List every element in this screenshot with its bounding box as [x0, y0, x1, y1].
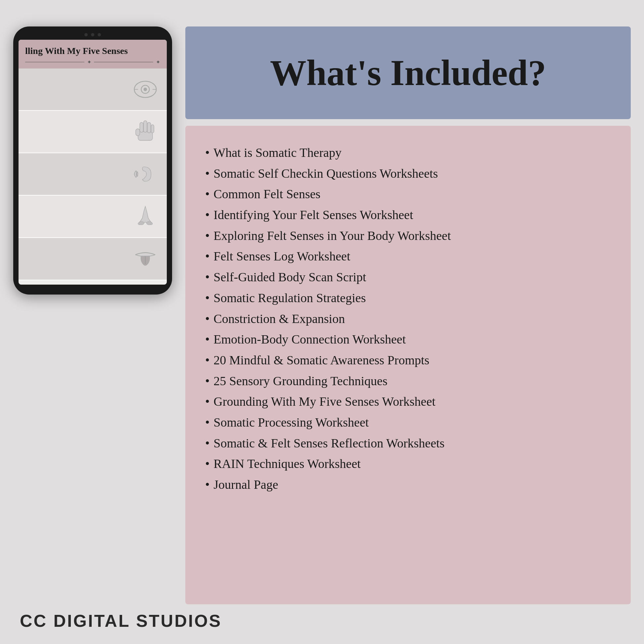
svg-point-12: [147, 221, 152, 225]
tongue-icon: [134, 247, 157, 270]
tablet-divider: ✦ ✦: [25, 59, 160, 65]
right-panel: What's Included? What is Somatic Therapy…: [185, 26, 631, 604]
tablet-device: lling With My Five Senses ✦ ✦: [13, 26, 175, 298]
list-item: Somatic Processing Worksheet: [205, 412, 611, 433]
hand-icon: [134, 120, 157, 143]
divider-star-right: ✦: [156, 59, 160, 65]
items-list: What is Somatic TherapySomatic Self Chec…: [205, 142, 611, 495]
tablet-title: lling With My Five Senses: [25, 46, 160, 56]
svg-rect-10: [151, 125, 154, 133]
list-item: Somatic & Felt Senses Reflection Workshe…: [205, 433, 611, 454]
tablet-camera: [84, 33, 88, 36]
list-item: Grounding With My Five Senses Worksheet: [205, 391, 611, 412]
tablet-frame: lling With My Five Senses ✦ ✦: [13, 26, 172, 295]
list-item: Somatic Self Checkin Questions Worksheet…: [205, 163, 611, 184]
divider-line-right: [94, 62, 153, 62]
svg-rect-7: [140, 122, 143, 132]
list-item: Felt Senses Log Worksheet: [205, 246, 611, 267]
tablet-camera-row: [19, 33, 167, 36]
nose-icon: [134, 205, 157, 228]
list-item: RAIN Techniques Worksheet: [205, 453, 611, 474]
list-item: Identifying Your Felt Senses Worksheet: [205, 205, 611, 225]
list-item: Journal Page: [205, 474, 611, 495]
ear-icon: [134, 162, 157, 186]
list-item: Self-Guided Body Scan Script: [205, 267, 611, 288]
tablet-header: lling With My Five Senses ✦ ✦: [19, 40, 167, 69]
list-item: 20 Mindful & Somatic Awareness Prompts: [205, 350, 611, 371]
tablet-camera-3: [98, 33, 101, 36]
tongue-row: [19, 238, 167, 280]
list-item: 25 Sensory Grounding Techniques: [205, 371, 611, 391]
hand-row: [19, 111, 167, 153]
svg-rect-8: [144, 121, 147, 132]
list-item: Emotion-Body Connection Worksheet: [205, 329, 611, 350]
list-item: Somatic Regulation Strategies: [205, 288, 611, 308]
header-box: What's Included?: [185, 26, 631, 119]
nose-row: [19, 196, 167, 238]
list-item: Exploring Felt Senses in Your Body Works…: [205, 225, 611, 246]
divider-star-left: ✦: [87, 59, 91, 65]
svg-rect-6: [136, 129, 140, 136]
eye-row: [19, 69, 167, 111]
list-item: Common Felt Senses: [205, 184, 611, 205]
svg-point-11: [139, 221, 144, 225]
svg-rect-5: [138, 132, 153, 140]
eye-icon: [134, 78, 157, 101]
brand-footer: CC DIGITAL STUDIOS: [20, 611, 222, 631]
list-box: What is Somatic TherapySomatic Self Chec…: [185, 126, 631, 604]
svg-point-2: [144, 88, 147, 91]
list-item: Constriction & Expansion: [205, 308, 611, 329]
tablet-camera-2: [91, 33, 94, 36]
senses-list: [19, 69, 167, 280]
tablet-screen: lling With My Five Senses ✦ ✦: [19, 40, 167, 285]
header-title: What's Included?: [270, 53, 546, 93]
list-item: What is Somatic Therapy: [205, 142, 611, 163]
svg-rect-9: [147, 122, 151, 133]
ear-row: [19, 153, 167, 196]
divider-line-left: [25, 62, 84, 62]
